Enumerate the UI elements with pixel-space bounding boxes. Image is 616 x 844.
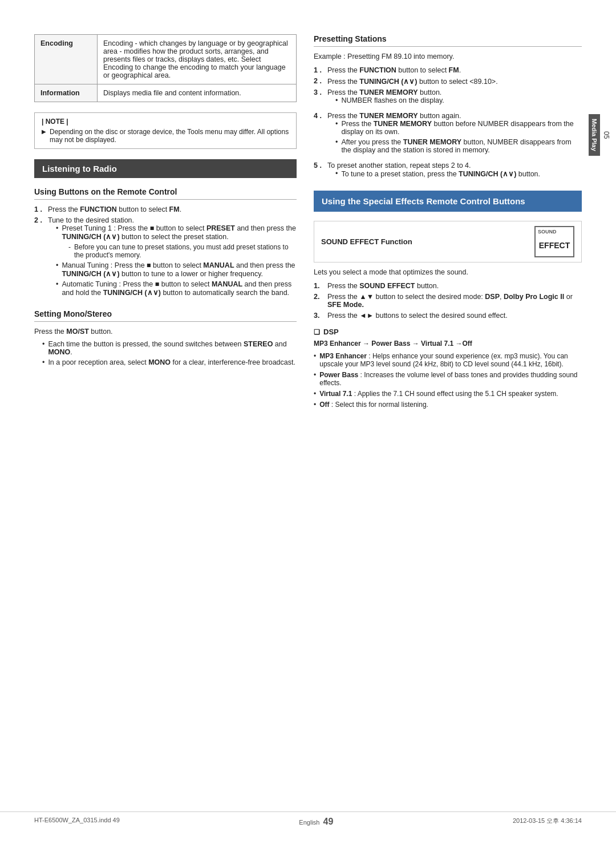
listening-header: Listening to Radio (34, 159, 297, 178)
table-row: Information Displays media file and cont… (35, 84, 297, 102)
sound-top-text: SOUND (538, 229, 557, 235)
list-item: 1 . Press the FUNCTION button to select … (34, 205, 297, 213)
encoding-value: Encoding - which changes by language or … (98, 35, 297, 84)
list-item: 3. Press the ◄► buttons to select the de… (314, 312, 582, 320)
setting-mono-title: Setting Mono/Stereo (34, 309, 297, 322)
list-item: Preset Tuning 1 : Press the ■ button to … (56, 224, 297, 241)
using-buttons-title: Using Buttons on the Remote Control (34, 187, 297, 200)
note-title: | NOTE | (42, 118, 289, 126)
list-item: After you press the TUNER MEMORY button,… (335, 138, 582, 154)
step3-bullets: NUMBER flashes on the display. (327, 96, 444, 104)
left-column: Encoding Encoding - which changes by lan… (34, 34, 297, 810)
effect-text: EFFECT (539, 241, 570, 250)
list-item: Automatic Tuning : Press the ■ button to… (56, 280, 297, 297)
list-item: 2 . Tune to the desired station. Preset … (34, 216, 297, 301)
list-item: Manual Tuning : Press the ■ button to se… (56, 261, 297, 278)
list-item: 1. Press the SOUND EFFECT button. (314, 282, 582, 290)
list-item: In a poor reception area, select MONO fo… (42, 358, 297, 366)
step5-bullets: To tune to a preset station, press the T… (327, 169, 540, 178)
dsp-title: DSP (314, 328, 582, 336)
dsp-section: DSP MP3 Enhancer → Power Bass → Virtual … (314, 328, 582, 409)
list-item: Press the TUNER MEMORY button before NUM… (335, 120, 582, 136)
note-text: Depending on the disc or storage device,… (42, 128, 289, 144)
dsp-chain: MP3 Enhancer → Power Bass → Virtual 7.1 … (314, 340, 582, 348)
footer-right: 2012-03-15 오후 4:36:14 (513, 817, 582, 827)
sound-effect-button: SOUND EFFECT (534, 226, 574, 257)
note-box: | NOTE | Depending on the disc or storag… (34, 112, 297, 149)
presetting-title: Presetting Stations (314, 34, 582, 47)
setting-mono-list: Each time the button is pressed, the sou… (34, 340, 297, 366)
special-effects-steps: 1. Press the SOUND EFFECT button. 2. Pre… (314, 282, 582, 320)
list-item: NUMBER flashes on the display. (335, 96, 444, 104)
sub-list: Before you can tune to preset stations, … (56, 243, 297, 259)
page-number-value: 49 (323, 817, 334, 826)
list-item: Off : Select this for normal listening. (314, 401, 582, 409)
presetting-example: Example : Presetting FM 89.10 into memor… (314, 53, 582, 60)
list-item: 1 . Press the FUNCTION button to select … (314, 66, 582, 74)
list-item: Before you can tune to preset stations, … (68, 243, 297, 259)
dsp-bullet-list: MP3 Enhancer : Helps enhance your sound … (314, 352, 582, 409)
list-item: 4 . Press the TUNER MEMORY button again.… (314, 112, 582, 159)
presetting-list: 1 . Press the FUNCTION button to select … (314, 66, 582, 183)
table-row: Encoding Encoding - which changes by lan… (35, 35, 297, 84)
list-item: 2 . Press the TUNING/CH (∧∨) button to s… (314, 77, 582, 86)
step4-bullets: Press the TUNER MEMORY button before NUM… (327, 120, 582, 154)
list-item: 2. Press the ▲▼ button to select the des… (314, 293, 582, 309)
using-buttons-list: 1 . Press the FUNCTION button to select … (34, 205, 297, 301)
setting-mono-intro: Press the MO/ST button. (34, 328, 297, 336)
list-item: MP3 Enhancer : Helps enhance your sound … (314, 352, 582, 368)
list-item: To tune to a preset station, press the T… (335, 169, 540, 178)
lets-text: Lets you select a mode that optimizes th… (314, 268, 582, 276)
special-effects-header: Using the Special Effects Remote Control… (314, 191, 582, 212)
list-item: Virtual 7.1 : Applies the 7.1 CH sound e… (314, 390, 582, 398)
page-number: English 49 (299, 817, 333, 827)
encoding-label: Encoding (35, 35, 98, 84)
sound-effect-label: SOUND EFFECT Function (321, 237, 523, 246)
preset-tuning-list: Preset Tuning 1 : Press the ■ button to … (48, 224, 297, 297)
information-value: Displays media file and content informat… (98, 84, 297, 102)
list-item: 3 . Press the TUNER MEMORY button. NUMBE… (314, 88, 582, 109)
encoding-table: Encoding Encoding - which changes by lan… (34, 34, 297, 102)
information-label: Information (35, 84, 98, 102)
list-item: Each time the button is pressed, the sou… (42, 340, 297, 356)
list-item: 5 . To preset another station, repeat st… (314, 161, 582, 183)
sound-effect-row: SOUND EFFECT Function SOUND EFFECT (314, 221, 582, 263)
page-footer: HT-E6500W_ZA_0315.indd 49 English 49 201… (0, 811, 616, 827)
right-column: Presetting Stations Example : Presetting… (314, 34, 582, 810)
list-item: Power Bass : Increases the volume level … (314, 371, 582, 387)
footer-left: HT-E6500W_ZA_0315.indd 49 (34, 817, 120, 827)
